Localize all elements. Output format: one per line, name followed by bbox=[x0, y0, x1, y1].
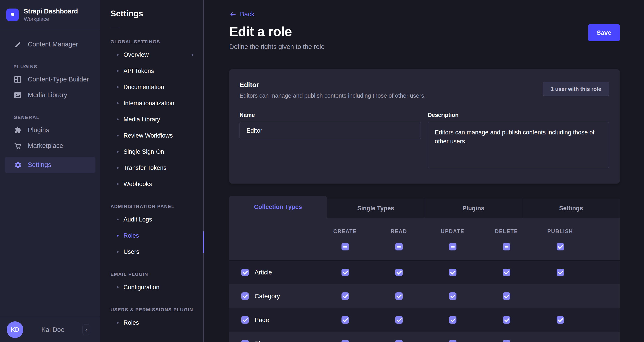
delete-checkbox[interactable] bbox=[503, 316, 510, 324]
subnav-item-roles[interactable]: Roles bbox=[110, 228, 204, 244]
bullet-icon bbox=[117, 151, 118, 153]
subnav-item-media-library[interactable]: Media Library bbox=[110, 111, 204, 127]
tab-single-types[interactable]: Single Types bbox=[327, 199, 425, 218]
create-checkbox[interactable] bbox=[342, 340, 349, 342]
subnav-item-documentation[interactable]: Documentation bbox=[110, 79, 204, 95]
layout-icon bbox=[14, 75, 22, 84]
column-header-delete: DELETE bbox=[495, 228, 518, 235]
bullet-icon bbox=[117, 118, 118, 120]
row-select-checkbox[interactable] bbox=[241, 292, 249, 300]
bullet-icon bbox=[117, 54, 118, 56]
subnav-section-users-permissions-plugin: USERS & PERMISSIONS PLUGIN bbox=[110, 307, 204, 312]
tab-settings[interactable]: Settings bbox=[522, 199, 620, 218]
subnav-item-up-roles[interactable]: Roles bbox=[110, 315, 204, 331]
page-title: Edit a role bbox=[229, 24, 325, 39]
publish-checkbox[interactable] bbox=[556, 316, 564, 324]
bullet-icon bbox=[117, 167, 118, 169]
permissions-section: Collection Types Single Types Plugins Se… bbox=[229, 196, 620, 342]
row-select-checkbox[interactable] bbox=[241, 316, 249, 324]
subnav-item-webhooks[interactable]: Webhooks bbox=[110, 176, 204, 192]
pen-icon bbox=[14, 40, 22, 49]
delete-checkbox[interactable] bbox=[503, 269, 510, 276]
publish-checkbox[interactable] bbox=[556, 269, 564, 276]
create-checkbox[interactable] bbox=[342, 269, 349, 276]
select-all-publish-checkbox[interactable] bbox=[556, 243, 564, 250]
subnav-title: Settings bbox=[110, 9, 204, 18]
table-row-article: Article bbox=[229, 260, 620, 284]
subnav-item-single-sign-on[interactable]: Single Sign-On bbox=[110, 144, 204, 160]
strapi-admin-app: Strapi Dashboard Workplace Content Manag… bbox=[0, 0, 644, 342]
subnav-item-review-workflows[interactable]: Review Workflows bbox=[110, 127, 204, 144]
read-checkbox[interactable] bbox=[395, 269, 403, 276]
role-description-textarea[interactable]: Editors can manage and publish contents … bbox=[428, 122, 609, 168]
read-checkbox[interactable] bbox=[395, 316, 403, 324]
sidebar-item-label: Settings bbox=[28, 161, 51, 168]
page-subtitle: Define the rights given to the role bbox=[229, 43, 325, 51]
main-sidebar: Strapi Dashboard Workplace Content Manag… bbox=[0, 0, 100, 342]
tab-collection-types[interactable]: Collection Types bbox=[229, 196, 327, 218]
bullet-icon bbox=[117, 235, 118, 237]
delete-checkbox[interactable] bbox=[503, 292, 510, 300]
subnav-item-configuration[interactable]: Configuration bbox=[110, 279, 204, 295]
sidebar-section-plugins: PLUGINS bbox=[0, 64, 100, 69]
sidebar-item-settings[interactable]: Settings bbox=[5, 157, 96, 173]
sidebar-item-marketplace[interactable]: Marketplace bbox=[0, 138, 100, 154]
sidebar-item-media-library[interactable]: Media Library bbox=[0, 87, 100, 103]
row-select-checkbox[interactable] bbox=[241, 340, 249, 342]
app-title: Strapi Dashboard bbox=[24, 8, 78, 15]
select-all-update-checkbox[interactable] bbox=[449, 243, 456, 250]
create-checkbox[interactable] bbox=[342, 316, 349, 324]
update-checkbox[interactable] bbox=[449, 269, 456, 276]
select-all-read-checkbox[interactable] bbox=[395, 243, 403, 250]
select-all-create-checkbox[interactable] bbox=[342, 243, 349, 250]
sidebar-item-label: Content-Type Builder bbox=[28, 76, 89, 83]
read-checkbox[interactable] bbox=[395, 340, 403, 342]
bullet-icon bbox=[117, 219, 118, 220]
content-type-label: Place bbox=[254, 340, 270, 342]
sidebar-item-plugins[interactable]: Plugins bbox=[0, 122, 100, 138]
workspace-name: Workplace bbox=[24, 16, 78, 22]
role-details-card: Editor Editors can manage and publish co… bbox=[229, 69, 620, 184]
delete-checkbox[interactable] bbox=[503, 340, 510, 342]
subnav-item-users[interactable]: Users bbox=[110, 244, 204, 260]
workspace-switcher[interactable]: Strapi Dashboard Workplace bbox=[0, 0, 100, 30]
users-with-role-button[interactable]: 1 user with this role bbox=[543, 82, 609, 96]
update-checkbox[interactable] bbox=[449, 316, 456, 324]
subnav-item-transfer-tokens[interactable]: Transfer Tokens bbox=[110, 160, 204, 176]
sidebar-section-general: GENERAL bbox=[0, 115, 100, 120]
puzzle-icon bbox=[14, 126, 22, 134]
bullet-icon bbox=[117, 183, 118, 185]
select-all-delete-checkbox[interactable] bbox=[503, 243, 510, 250]
name-field-label: Name bbox=[240, 112, 421, 118]
bullet-icon bbox=[117, 102, 118, 104]
save-button[interactable]: Save bbox=[588, 24, 620, 41]
content-type-label: Category bbox=[254, 293, 280, 300]
subnav-item-audit-logs[interactable]: Audit Logs bbox=[110, 211, 204, 228]
tab-plugins[interactable]: Plugins bbox=[425, 199, 522, 218]
back-link[interactable]: Back bbox=[229, 11, 620, 18]
subnav-item-overview[interactable]: Overview bbox=[110, 47, 204, 63]
update-checkbox[interactable] bbox=[449, 292, 456, 300]
notification-dot bbox=[192, 54, 194, 56]
subnav-item-api-tokens[interactable]: API Tokens bbox=[110, 63, 204, 79]
row-select-checkbox[interactable] bbox=[241, 269, 249, 276]
sidebar-item-content-type-builder[interactable]: Content-Type Builder bbox=[0, 72, 100, 87]
sidebar-collapse-button[interactable]: ‹ bbox=[82, 324, 90, 335]
update-checkbox[interactable] bbox=[449, 340, 456, 342]
divider bbox=[110, 27, 120, 27]
column-header-publish: PUBLISH bbox=[548, 228, 573, 235]
role-name-input[interactable] bbox=[240, 122, 421, 139]
bullet-icon bbox=[117, 135, 118, 136]
strapi-logo bbox=[6, 9, 19, 21]
main-content: Back Edit a role Define the rights given… bbox=[204, 0, 644, 342]
table-row-page: Page bbox=[229, 308, 620, 332]
subnav-section-administration-panel: ADMINISTRATION PANEL bbox=[110, 204, 204, 209]
bullet-icon bbox=[117, 86, 118, 88]
sidebar-item-label: Plugins bbox=[28, 126, 49, 134]
create-checkbox[interactable] bbox=[342, 292, 349, 300]
permissions-table: CREATE READ UPDATE DELETE bbox=[229, 218, 620, 342]
avatar[interactable]: KD bbox=[7, 321, 23, 338]
subnav-item-internationalization[interactable]: Internationalization bbox=[110, 95, 204, 111]
sidebar-item-content-manager[interactable]: Content Manager bbox=[0, 37, 100, 52]
read-checkbox[interactable] bbox=[395, 292, 403, 300]
